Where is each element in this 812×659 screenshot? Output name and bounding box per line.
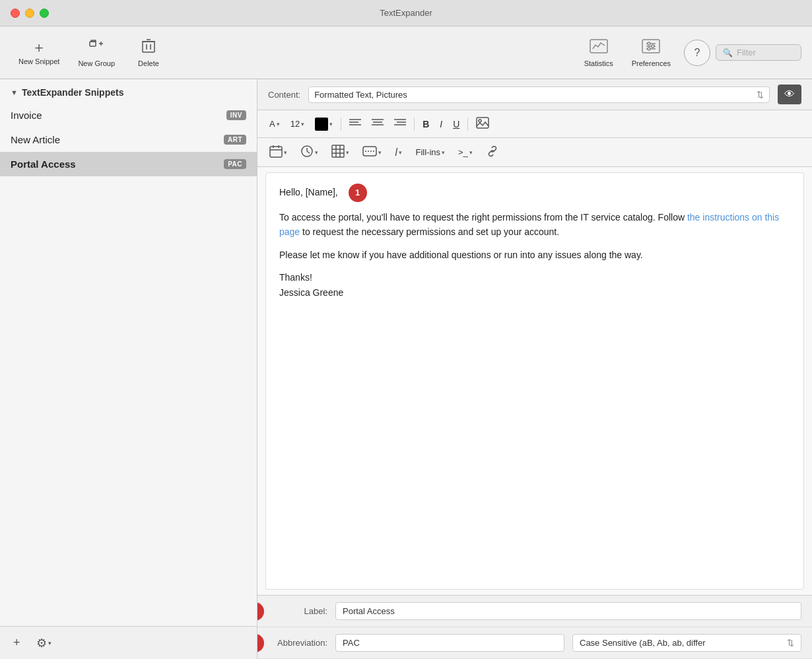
sidebar-item-invoice[interactable]: Invoice INV [0, 103, 257, 127]
align-right-button[interactable] [390, 115, 410, 133]
script-button[interactable]: >_ ▾ [454, 145, 477, 160]
separator-3 [467, 118, 468, 131]
main-toolbar: ＋ New Snippet New Group Delete [0, 26, 812, 79]
image-icon [476, 117, 489, 131]
underline-button[interactable]: U [449, 116, 463, 132]
maximize-button[interactable] [40, 9, 49, 18]
table-button[interactable]: ▾ [327, 142, 353, 162]
content-panel: Content: Formatted Text, Pictures ⇅ 👁 A … [257, 79, 812, 659]
svg-rect-0 [90, 42, 96, 46]
script-chevron: ▾ [469, 149, 473, 156]
editor-area[interactable]: Hello, [Name], 1 To access the portal, y… [265, 172, 804, 590]
preferences-button[interactable]: Preferences [624, 34, 679, 71]
date-button[interactable]: ▾ [265, 142, 291, 162]
svg-rect-1 [91, 40, 96, 42]
window-title: TextExpander [380, 8, 432, 18]
filter-placeholder: Filter [737, 48, 756, 57]
bold-icon: B [423, 119, 429, 129]
sidebar-item-portal-access[interactable]: Portal Access PAC [0, 152, 257, 176]
color-swatch [315, 118, 328, 131]
table-chevron: ▾ [346, 149, 349, 156]
table-icon [331, 145, 345, 160]
label-input[interactable]: Portal Access [335, 602, 801, 620]
abbreviation-field-row: 3 Abbreviation: PAC Case Sensitive (aB, … [257, 627, 812, 659]
editor-link[interactable]: the instructions on this page [279, 212, 779, 237]
sidebar-item-new-article[interactable]: New Article ART [0, 127, 257, 152]
font-button[interactable]: A ▾ [265, 116, 284, 131]
date-chevron: ▾ [284, 149, 287, 156]
new-snippet-button[interactable]: ＋ New Snippet [11, 36, 67, 69]
color-chevron: ▾ [329, 121, 333, 127]
new-group-button[interactable]: New Group [70, 34, 123, 71]
align-center-button[interactable] [368, 115, 388, 133]
key-button[interactable]: ▾ [358, 142, 386, 162]
settings-dropdown-button[interactable]: ⚙ ▾ [31, 633, 57, 653]
svg-rect-28 [270, 147, 282, 157]
filter-input[interactable]: 🔍 Filter [716, 44, 801, 61]
add-item-button[interactable]: + [8, 633, 26, 652]
font-size-value: 12 [290, 119, 300, 129]
link-button[interactable] [482, 143, 503, 162]
svg-point-27 [479, 120, 481, 122]
help-icon: ? [694, 47, 700, 59]
snippet-badge-art: ART [224, 135, 246, 145]
image-insert-button[interactable] [472, 114, 493, 133]
search-icon: 🔍 [723, 48, 733, 57]
svg-point-14 [648, 42, 650, 45]
content-label: Content: [268, 90, 300, 100]
format-toolbar-row1: A ▾ 12 ▾ ▾ [257, 110, 812, 138]
help-button[interactable]: ? [684, 40, 710, 66]
case-sensitive-select[interactable]: Case Sensitive (aB, Ab, ab, differ ⇅ [572, 634, 801, 652]
delete-icon [141, 38, 156, 57]
svg-point-16 [648, 48, 650, 50]
window-controls [11, 9, 49, 18]
svg-rect-26 [477, 118, 489, 128]
fillins-button[interactable]: Fill-ins ▾ [411, 145, 449, 160]
minimize-button[interactable] [25, 9, 34, 18]
cursor-chevron: ▾ [399, 149, 402, 156]
font-size-chevron: ▾ [301, 121, 304, 127]
case-sensitive-label: Case Sensitive (aB, Ab, ab, differ [580, 638, 706, 648]
time-button[interactable]: ▾ [296, 142, 322, 162]
close-button[interactable] [11, 9, 20, 18]
svg-point-15 [652, 45, 654, 48]
cursor-icon: I [395, 147, 397, 158]
sidebar-header-title: TextExpander Snippets [22, 87, 124, 98]
abbreviation-field-label: Abbreviation: [268, 638, 327, 648]
link-icon [486, 145, 499, 159]
label-value: Portal Access [343, 606, 395, 616]
cursor-button[interactable]: I ▾ [391, 144, 406, 161]
separator-1 [341, 118, 341, 131]
font-size-button[interactable]: 12 ▾ [287, 116, 308, 131]
content-type-select[interactable]: Formatted Text, Pictures ⇅ [308, 87, 770, 103]
label-field-label: Label: [268, 606, 327, 616]
label-field-row: 2 Label: Portal Access [257, 596, 812, 627]
align-left-button[interactable] [345, 115, 365, 133]
sidebar: ▼ TextExpander Snippets Invoice INV New … [0, 79, 257, 659]
time-chevron: ▾ [315, 149, 318, 156]
bold-button[interactable]: B [419, 116, 433, 132]
separator-2 [414, 118, 415, 131]
sidebar-collapse-arrow[interactable]: ▼ [11, 88, 18, 96]
color-picker-button[interactable]: ▾ [311, 115, 337, 133]
font-chevron: ▾ [277, 121, 280, 127]
snippet-badge-pac: PAC [224, 159, 246, 169]
abbreviation-input[interactable]: PAC [335, 634, 564, 652]
content-type-chevron: ⇅ [757, 90, 764, 100]
sidebar-item-label: Invoice [11, 110, 42, 121]
toolbar-right-group: Statistics Preferences ? 🔍 Filter [576, 34, 801, 71]
delete-button[interactable]: Delete [125, 34, 172, 71]
preview-button[interactable]: 👁 [778, 85, 801, 104]
statistics-button[interactable]: Statistics [576, 34, 621, 71]
key-chevron: ▾ [378, 149, 382, 156]
preferences-label: Preferences [632, 59, 671, 67]
editor-para1: To access the portal, you'll have to req… [279, 210, 790, 240]
delete-label: Delete [138, 59, 159, 67]
eye-icon: 👁 [784, 88, 795, 100]
italic-icon: I [440, 119, 442, 129]
sidebar-list: Invoice INV New Article ART Portal Acces… [0, 103, 257, 626]
abbreviation-value: PAC [343, 638, 360, 648]
svg-rect-35 [332, 145, 344, 157]
italic-button[interactable]: I [436, 116, 446, 132]
snippet-badge-inv: INV [226, 110, 246, 120]
